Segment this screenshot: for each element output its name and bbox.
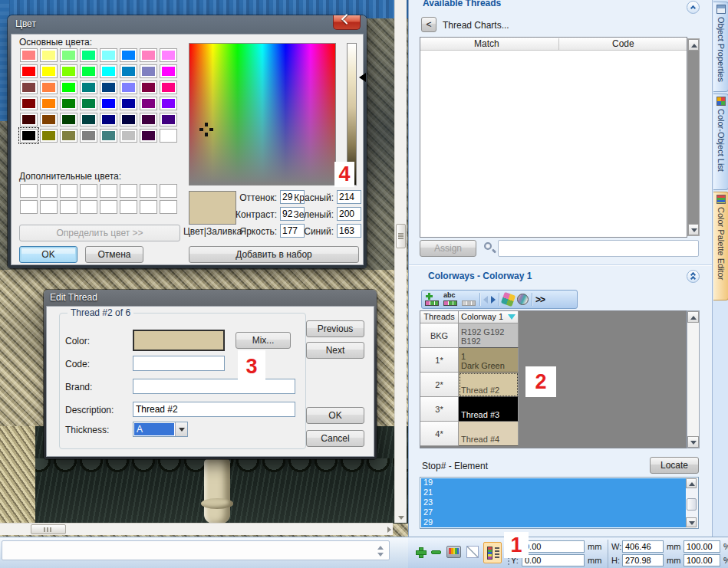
custom-color-swatch[interactable] <box>41 201 57 213</box>
basic-color-swatch[interactable] <box>41 130 57 142</box>
basic-color-swatch[interactable] <box>61 113 77 126</box>
vscroll-thumb[interactable] <box>396 224 406 248</box>
no-color-icon[interactable] <box>466 546 479 558</box>
previous-button[interactable]: Previous <box>306 320 364 337</box>
cancel-button[interactable]: Cancel <box>306 430 364 447</box>
basic-color-swatch[interactable] <box>100 65 117 77</box>
available-threads-collapse-button[interactable] <box>687 1 700 14</box>
custom-color-swatch[interactable] <box>100 185 117 197</box>
width-input[interactable] <box>622 540 664 553</box>
custom-color-swatch[interactable] <box>21 185 37 197</box>
basic-color-swatch[interactable] <box>140 113 156 126</box>
assign-button[interactable]: Assign <box>420 240 476 257</box>
vscroll-down-arrow-icon[interactable] <box>398 516 404 520</box>
chevron-down-icon[interactable] <box>175 422 187 436</box>
thread-row-cell[interactable]: R192 G192 B192 <box>459 323 519 348</box>
basic-color-swatch[interactable] <box>160 97 176 110</box>
scroll-up-icon[interactable] <box>688 39 699 51</box>
colorways-scrollbar[interactable] <box>687 310 700 448</box>
basic-color-swatch[interactable] <box>120 65 137 77</box>
custom-color-swatch[interactable] <box>120 201 137 213</box>
custom-color-swatch[interactable] <box>140 185 156 197</box>
basic-color-swatch[interactable] <box>81 97 97 110</box>
next-button[interactable]: Next <box>306 342 364 359</box>
custom-color-swatch[interactable] <box>160 185 176 197</box>
custom-color-swatch[interactable] <box>120 185 137 197</box>
cancel-button[interactable]: Отмена <box>85 246 143 263</box>
ok-button[interactable]: OK <box>19 246 77 263</box>
threads-column-header[interactable]: Threads <box>420 311 459 323</box>
ok-button[interactable]: OK <box>306 407 364 424</box>
basic-color-swatch[interactable] <box>140 81 156 94</box>
hue-saturation-field[interactable] <box>189 43 336 186</box>
x-input[interactable] <box>522 540 585 553</box>
basic-color-swatch[interactable] <box>21 130 37 142</box>
define-custom-colors-button[interactable]: Определить цвет >> <box>19 225 180 241</box>
thread-row-cell[interactable]: 1 Dark Green <box>459 348 519 373</box>
basic-color-swatch[interactable] <box>100 130 117 142</box>
remove-icon[interactable] <box>431 550 441 554</box>
previous-colorway-icon[interactable] <box>483 296 488 304</box>
mix-button[interactable]: Mix... <box>236 332 291 349</box>
basic-color-swatch[interactable] <box>81 113 97 126</box>
basic-color-swatch[interactable] <box>81 49 97 61</box>
basic-color-swatch[interactable] <box>160 65 176 77</box>
delete-colorway-icon[interactable] <box>461 293 476 307</box>
colorway-column-header[interactable]: Colorway 1 <box>459 311 519 323</box>
basic-color-swatch[interactable] <box>160 130 176 142</box>
thread-spool-icon[interactable] <box>517 294 529 305</box>
y-input[interactable] <box>522 554 585 566</box>
code-input[interactable] <box>133 356 225 371</box>
luminance-slider-icon[interactable] <box>359 73 366 82</box>
description-input[interactable] <box>133 402 295 417</box>
basic-color-swatch[interactable] <box>21 65 37 77</box>
match-column-header[interactable]: Match <box>474 38 499 49</box>
thread-row[interactable]: 3*Thread #3 <box>420 397 686 422</box>
thread-charts-back-button[interactable]: < <box>421 17 436 32</box>
thread-row-cell[interactable]: Thread #4 <box>459 422 519 446</box>
stop-list-item[interactable]: 23 <box>420 497 698 507</box>
next-colorway-icon[interactable] <box>491 296 496 304</box>
basic-color-swatch[interactable] <box>81 130 97 142</box>
custom-color-swatch[interactable] <box>61 185 77 197</box>
tab-color-object-list[interactable]: Color-Object List <box>713 94 728 190</box>
scroll-thumb[interactable] <box>687 498 697 511</box>
basic-color-swatch[interactable] <box>160 81 176 94</box>
thread-row-cell[interactable]: Thread #2 <box>459 373 519 397</box>
basic-color-swatch[interactable] <box>120 49 137 61</box>
scroll-down-icon[interactable] <box>687 436 699 448</box>
basic-color-swatch[interactable] <box>21 97 37 110</box>
basic-color-swatch[interactable] <box>61 81 77 94</box>
custom-color-swatch[interactable] <box>100 201 117 213</box>
basic-color-swatch[interactable] <box>41 49 57 61</box>
basic-color-swatch[interactable] <box>61 97 77 110</box>
status-spinner[interactable] <box>376 545 384 557</box>
basic-color-swatch[interactable] <box>100 49 117 61</box>
stop-list-item[interactable]: 27 <box>420 507 698 517</box>
basic-color-swatch[interactable] <box>100 97 117 110</box>
width-percent-input[interactable] <box>684 540 720 553</box>
basic-color-swatch[interactable] <box>160 113 176 126</box>
thread-search-input[interactable] <box>498 240 699 257</box>
basic-color-swatch[interactable] <box>61 130 77 142</box>
color-field-cursor[interactable] <box>199 123 213 136</box>
stop-element-list[interactable]: 1921232729 <box>420 477 699 529</box>
scroll-up-icon[interactable] <box>686 478 697 488</box>
canvas-vscrollbar[interactable] <box>394 0 407 523</box>
custom-color-swatch[interactable] <box>61 201 77 213</box>
basic-color-swatch[interactable] <box>21 81 37 94</box>
basic-color-swatch[interactable] <box>61 65 77 77</box>
basic-color-swatch[interactable] <box>41 81 57 94</box>
code-column-header[interactable]: Code <box>612 38 634 49</box>
tab-color-palette-editor[interactable]: Color Palette Editor <box>713 192 728 300</box>
basic-color-swatch[interactable] <box>41 65 57 77</box>
basic-color-swatch[interactable] <box>140 130 156 142</box>
basic-color-swatch[interactable] <box>120 97 137 110</box>
locate-button[interactable]: Locate <box>650 457 699 474</box>
red-input[interactable] <box>337 190 361 204</box>
basic-color-swatch[interactable] <box>21 49 37 61</box>
basic-color-swatch[interactable] <box>81 65 97 77</box>
scroll-down-icon[interactable] <box>686 517 697 527</box>
height-percent-input[interactable] <box>684 554 720 566</box>
blue-input[interactable] <box>337 224 361 238</box>
